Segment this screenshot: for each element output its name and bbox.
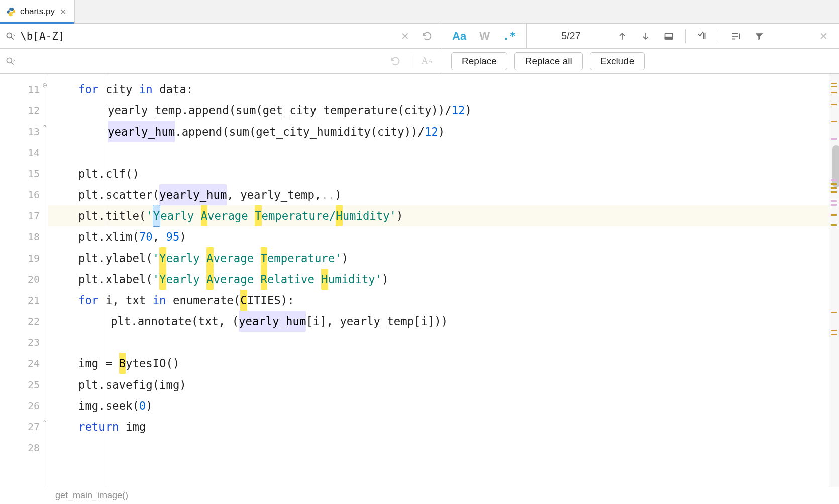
code-line[interactable]: plt.annotate(txt, (yearly_hum[i], yearly… xyxy=(48,311,829,332)
line-number: 18 xyxy=(28,226,40,247)
replace-bar: AA Replace Replace all Exclude xyxy=(0,49,839,74)
close-find-icon[interactable]: ✕ xyxy=(817,30,830,43)
replace-history-icon[interactable] xyxy=(389,55,402,68)
line-number: 16 xyxy=(28,184,40,205)
tab-charts[interactable]: charts.py ✕ xyxy=(0,0,75,23)
filter-icon[interactable] xyxy=(753,30,766,43)
find-toggles: Aa W .* xyxy=(442,24,527,48)
code-area[interactable]: for city in data: yearly_temp.append(sum… xyxy=(48,74,829,487)
line-number: 27 xyxy=(28,416,40,437)
find-bar: ✕ Aa W .* 5/27 ✕ xyxy=(0,24,839,49)
code-line[interactable]: yearly_hum.append(sum(get_city_humidity(… xyxy=(48,121,829,142)
find-input[interactable] xyxy=(20,30,390,42)
line-number: 13 xyxy=(28,121,40,142)
editor: 11 12 13 14 15 16 17 18 19 20 21 22 23 2… xyxy=(0,74,839,487)
svg-point-12 xyxy=(7,58,12,63)
code-line[interactable]: plt.xlim(70, 95) xyxy=(48,226,829,247)
code-line[interactable]: img.seek(0) xyxy=(48,395,829,416)
line-number: 25 xyxy=(28,374,40,395)
prev-match-icon[interactable] xyxy=(616,30,629,43)
code-line[interactable]: plt.savefig(img) xyxy=(48,374,829,395)
line-number: 23 xyxy=(28,332,40,353)
fold-close-icon[interactable]: ⌃ xyxy=(42,124,47,131)
line-number: 24 xyxy=(28,353,40,374)
line-number: 22 xyxy=(28,311,40,332)
next-match-icon[interactable] xyxy=(639,30,652,43)
match-counter: 5/27 xyxy=(536,30,606,42)
toggle-case-sensitive[interactable]: Aa xyxy=(452,30,466,43)
code-line[interactable]: for i, txt in enumerate(CITIES): xyxy=(48,290,829,311)
replace-button[interactable]: Replace xyxy=(451,52,507,70)
line-number: 19 xyxy=(28,247,40,269)
code-line[interactable]: plt.ylabel('Yearly Average Temperature') xyxy=(48,247,829,269)
tab-bar: charts.py ✕ xyxy=(0,0,839,24)
replace-search-icon[interactable] xyxy=(0,56,20,66)
python-file-icon xyxy=(6,7,16,17)
line-number: 28 xyxy=(28,437,40,458)
fold-close-icon[interactable]: ⌃ xyxy=(42,419,47,426)
scrollbar-thumb[interactable] xyxy=(832,145,839,187)
search-icon[interactable] xyxy=(0,31,20,41)
toggle-whole-words[interactable]: W xyxy=(479,30,490,43)
svg-rect-5 xyxy=(665,37,673,39)
code-line[interactable]: img = BytesIO() xyxy=(48,353,829,374)
line-number: 12 xyxy=(28,100,40,121)
code-line[interactable]: yearly_temp.append(sum(get_city_temperat… xyxy=(48,100,829,121)
line-number: 17 xyxy=(28,205,40,226)
status-bar: get_main_image() xyxy=(0,487,839,504)
clear-search-icon[interactable]: ✕ xyxy=(398,30,411,43)
open-in-window-icon[interactable] xyxy=(662,30,675,43)
find-input-container: ✕ xyxy=(0,24,442,48)
separator xyxy=(719,29,719,43)
line-number: 11 xyxy=(28,79,40,100)
fold-open-icon[interactable]: ⊖ xyxy=(42,82,47,89)
svg-line-13 xyxy=(11,62,14,65)
close-icon[interactable]: ✕ xyxy=(59,7,67,17)
line-number: 20 xyxy=(28,269,40,290)
marker-strip[interactable] xyxy=(829,74,839,487)
separator xyxy=(411,54,411,68)
gutter: 11 12 13 14 15 16 17 18 19 20 21 22 23 2… xyxy=(0,74,48,487)
exclude-button[interactable]: Exclude xyxy=(590,52,645,70)
line-number: 14 xyxy=(28,142,40,163)
preserve-case-icon[interactable]: AA xyxy=(421,55,434,68)
replace-input[interactable] xyxy=(20,55,381,67)
select-all-icon[interactable] xyxy=(696,30,709,43)
code-line[interactable]: plt.xlabel('Yearly Average Relative Humi… xyxy=(48,269,829,290)
line-number: 15 xyxy=(28,163,40,184)
line-number: 21 xyxy=(28,290,40,311)
svg-line-1 xyxy=(11,37,14,40)
breadcrumb[interactable]: get_main_image() xyxy=(55,490,128,501)
code-line[interactable]: plt.clf() xyxy=(48,163,829,184)
toggle-regex[interactable]: .* xyxy=(503,30,516,42)
show-options-icon[interactable] xyxy=(729,30,743,43)
code-line[interactable]: return img xyxy=(48,416,829,437)
tab-label: charts.py xyxy=(20,7,55,17)
code-line[interactable]: plt.scatter(yearly_hum, yearly_temp,..) xyxy=(48,184,829,205)
svg-point-0 xyxy=(7,33,12,38)
replace-all-button[interactable]: Replace all xyxy=(514,52,583,70)
search-history-icon[interactable] xyxy=(421,30,434,43)
code-line[interactable]: plt.title('Yearly Average Temperature/Hu… xyxy=(48,205,829,226)
line-number: 26 xyxy=(28,395,40,416)
code-line[interactable]: for city in data: xyxy=(48,79,829,100)
separator xyxy=(685,29,686,43)
